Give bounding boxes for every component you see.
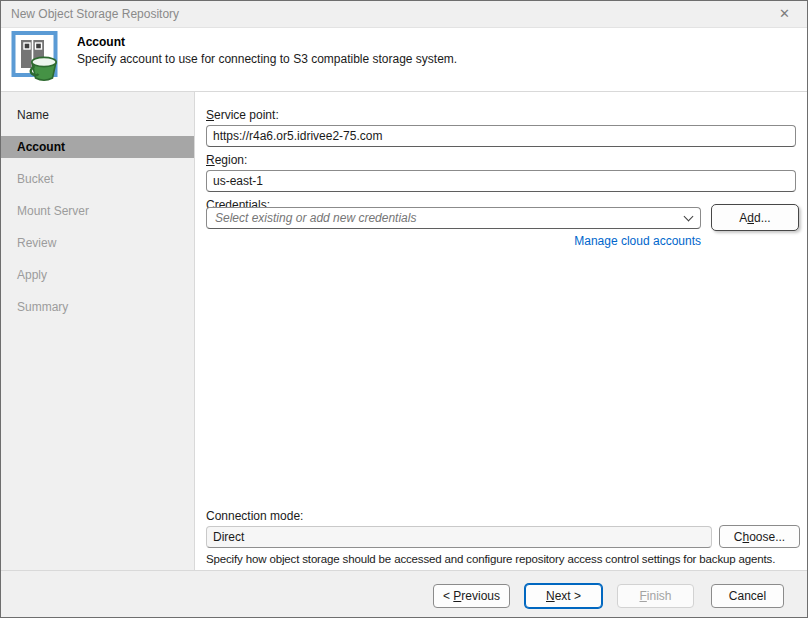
choose-connection-mode-button[interactable]: Choose... xyxy=(719,525,800,548)
connection-mode-label: Connection mode: xyxy=(206,509,303,523)
credentials-placeholder: Select existing or add new credentials xyxy=(215,211,685,225)
wizard-footer: < Previous Next > Finish Cancel xyxy=(1,570,807,617)
manage-cloud-accounts-link[interactable]: Manage cloud accounts xyxy=(206,234,701,248)
connection-mode-hint: Specify how object storage should be acc… xyxy=(206,553,806,565)
sidebar-item-apply[interactable]: Apply xyxy=(1,259,194,291)
cancel-button[interactable]: Cancel xyxy=(711,584,784,608)
credentials-combobox[interactable]: Select existing or add new credentials xyxy=(206,207,701,229)
finish-button: Finish xyxy=(617,584,694,608)
sidebar-item-bucket[interactable]: Bucket xyxy=(1,163,194,195)
service-point-label: Service point: xyxy=(206,108,279,122)
next-button[interactable]: Next > xyxy=(525,584,602,608)
wizard-steps-sidebar: Name Account Bucket Mount Server Review … xyxy=(1,92,195,570)
sidebar-item-mount-server[interactable]: Mount Server xyxy=(1,195,194,227)
connection-mode-input xyxy=(206,526,712,548)
title-bar: New Object Storage Repository ✕ xyxy=(1,1,807,28)
object-storage-repository-icon xyxy=(10,30,64,87)
close-icon[interactable]: ✕ xyxy=(762,1,807,27)
chevron-down-icon xyxy=(684,211,694,221)
region-label: Region: xyxy=(206,153,247,167)
sidebar-item-summary[interactable]: Summary xyxy=(1,291,194,323)
sidebar-item-name[interactable]: Name xyxy=(1,99,194,131)
wizard-dialog: New Object Storage Repository ✕ Account … xyxy=(0,0,808,618)
step-description: Specify account to use for connecting to… xyxy=(77,52,457,66)
sidebar-item-review[interactable]: Review xyxy=(1,227,194,259)
wizard-content: Service point: Region: Credentials: Sele… xyxy=(195,92,807,570)
window-title: New Object Storage Repository xyxy=(11,1,179,27)
add-credentials-button[interactable]: Add... xyxy=(711,204,799,231)
step-title: Account xyxy=(77,35,125,49)
service-point-input[interactable] xyxy=(206,125,796,147)
wizard-header: Account Specify account to use for conne… xyxy=(1,28,807,92)
region-input[interactable] xyxy=(206,170,796,192)
previous-button[interactable]: < Previous xyxy=(433,584,510,608)
sidebar-item-account[interactable]: Account xyxy=(1,136,194,158)
